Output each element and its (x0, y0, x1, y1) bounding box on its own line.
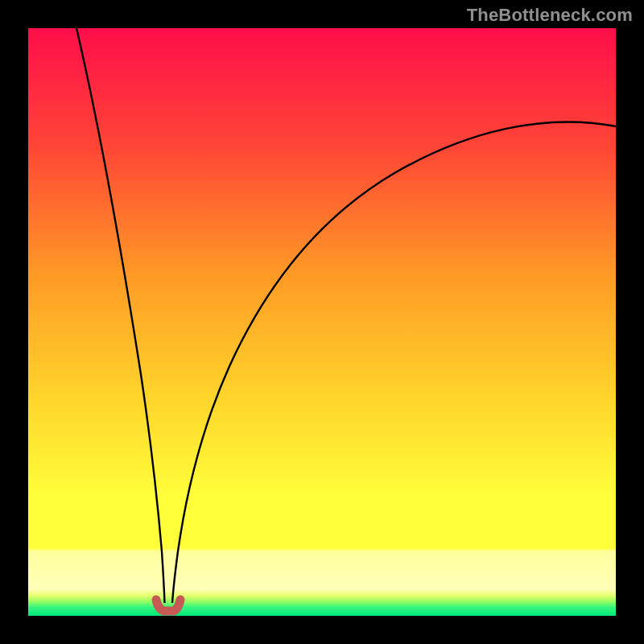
right-branch (172, 122, 616, 603)
attribution-text: TheBottleneck.com (467, 5, 633, 26)
valley-marker (156, 600, 180, 611)
left-branch (76, 28, 165, 603)
curve-layer (28, 28, 616, 616)
outer-frame: TheBottleneck.com (0, 0, 644, 644)
plot-area (28, 28, 616, 616)
